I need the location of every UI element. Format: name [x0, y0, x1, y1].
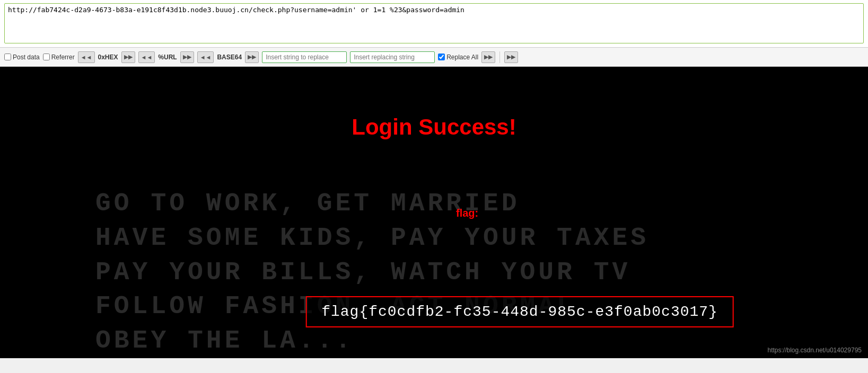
- referrer-checkbox[interactable]: [43, 54, 50, 60]
- base64-right-arrow[interactable]: ▶▶: [245, 51, 259, 63]
- bg-line-2: HAVE SOME KIDS, PAY YOUR TAXES: [95, 221, 868, 255]
- referrer-group: Referrer: [43, 54, 75, 61]
- url-label: %URL: [158, 54, 177, 61]
- replacing-string-input[interactable]: [350, 51, 435, 63]
- bg-line-5: OBEY THE LA...: [95, 324, 868, 358]
- url-input[interactable]: http://fab7424c-d2a9-4673-b83a-e191c8f43…: [4, 3, 864, 43]
- toolbar-divider: [499, 51, 500, 63]
- hex-label: 0xHEX: [98, 54, 118, 61]
- url-left-arrow[interactable]: ◄◄: [138, 51, 155, 63]
- base64-left-arrow[interactable]: ◄◄: [197, 51, 214, 63]
- flag-box: flag{fc0cdfb2-fc35-448d-985c-e3f0ab0c301…: [305, 296, 734, 327]
- url-right-arrow[interactable]: ▶▶: [180, 51, 194, 63]
- string-to-replace-input[interactable]: [262, 51, 347, 63]
- replace-all-group: Replace All: [438, 54, 478, 61]
- bg-line-3: PAY YOUR BILLS, WATCH YOUR TV: [95, 255, 868, 290]
- base64-label: BASE64: [217, 54, 242, 61]
- post-data-checkbox[interactable]: [4, 54, 11, 60]
- main-content: GO TO WORK, GET MARRIED HAVE SOME KIDS, …: [0, 67, 868, 358]
- referrer-label: Referrer: [51, 54, 75, 61]
- flag-label: flag:: [456, 207, 478, 219]
- hex-left-arrow[interactable]: ◄◄: [78, 51, 95, 63]
- replace-right-arrow-1[interactable]: ▶▶: [481, 51, 495, 63]
- toolbar: Post data Referrer ◄◄ 0xHEX ▶▶ ◄◄ %URL ▶…: [0, 48, 868, 67]
- post-data-label: Post data: [13, 54, 40, 61]
- replace-all-checkbox[interactable]: [438, 54, 445, 60]
- url-bar-area: http://fab7424c-d2a9-4673-b83a-e191c8f43…: [0, 0, 868, 48]
- attribution-text: https://blog.csdn.net/u014029795: [768, 347, 862, 354]
- bg-line-1: GO TO WORK, GET MARRIED: [95, 186, 868, 221]
- replace-all-label: Replace All: [446, 54, 478, 61]
- hex-right-arrow[interactable]: ▶▶: [121, 51, 135, 63]
- login-success-text: Login Success!: [352, 114, 516, 140]
- replace-right-arrow-2[interactable]: ▶▶: [504, 51, 518, 63]
- flag-value: flag{fc0cdfb2-fc35-448d-985c-e3f0ab0c301…: [321, 304, 718, 320]
- post-data-group: Post data: [4, 54, 40, 61]
